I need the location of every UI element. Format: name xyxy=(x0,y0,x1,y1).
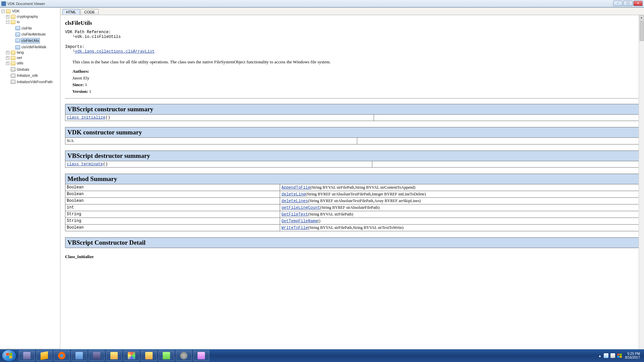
method-return-type: String xyxy=(65,211,280,218)
defrag-icon xyxy=(128,352,135,359)
tab-label: CODE xyxy=(84,10,95,14)
tree-label: Globals xyxy=(16,67,30,72)
tree-node-clsvdkfilewalk[interactable]: clsVdkFileWalk xyxy=(11,45,47,50)
taskbar-app-cube[interactable] xyxy=(19,350,35,361)
expander-icon[interactable]: − xyxy=(1,10,5,13)
firefox-icon xyxy=(58,352,65,359)
method-link[interactable]: GetFileText xyxy=(281,212,308,217)
package-icon xyxy=(11,20,15,24)
method-link[interactable]: deleteLines xyxy=(281,199,308,203)
ctor-detail-name: Class_Initialize xyxy=(65,254,639,259)
taskbar-app-paint[interactable] xyxy=(193,350,209,361)
tab-html[interactable]: HTML xyxy=(62,9,80,15)
class-title: clsFileUtils xyxy=(65,20,639,26)
tray-volume-icon[interactable] xyxy=(610,353,615,358)
method-link[interactable]: GetTempFileName xyxy=(281,219,318,224)
tree-node-root[interactable]: − VDK xyxy=(1,9,20,14)
content-vertical-scrollbar[interactable]: ▲ xyxy=(639,15,644,354)
taskbar-app-explorer[interactable] xyxy=(106,350,122,361)
method-row: BooleandeleteLines(String BYREF strAbsol… xyxy=(65,198,639,204)
taskbar-app-gear[interactable] xyxy=(176,350,192,361)
method-params: (String BYVAL strFilePath,String BYVAL s… xyxy=(308,225,404,230)
method-link[interactable]: AppendToFile xyxy=(281,185,310,190)
method-row: StringGetFileText(String BYVAL strFilePa… xyxy=(65,211,639,218)
method-link[interactable]: getFileLineCount xyxy=(281,205,320,210)
path-value: vdk.io.clsFileUtils xyxy=(75,35,121,39)
tree-label: clsVdkFileWalk xyxy=(21,45,47,50)
tray-show-hidden-icon[interactable]: ▲ xyxy=(598,354,602,358)
start-button[interactable] xyxy=(2,350,16,361)
content-tabs: HTML CODE xyxy=(60,8,644,15)
method-signature-cell: WriteToFile(String BYVAL strFilePath,Str… xyxy=(280,225,639,231)
method-link[interactable]: deleteLine xyxy=(281,192,306,197)
chart-icon xyxy=(163,352,170,359)
tree-node-clsfileattribute[interactable]: clsFileAttribute xyxy=(11,32,46,37)
taskbar-app-virtualbox[interactable] xyxy=(89,350,105,361)
ctor-link[interactable]: class_initialize xyxy=(67,115,105,120)
scroll-up-arrow-icon[interactable]: ▲ xyxy=(639,15,644,20)
tree-node-io[interactable]: − io xyxy=(6,19,20,24)
since-label: Since: xyxy=(72,82,84,87)
tree-node-initialize-vdk[interactable]: Initialize_vdk xyxy=(6,73,39,78)
expander-icon[interactable]: + xyxy=(6,62,9,65)
tray-network-icon[interactable] xyxy=(604,353,608,358)
import-link[interactable]: vdk.lang.collections.clsArrayList xyxy=(75,49,155,54)
tree-node-globals[interactable]: Globals xyxy=(6,67,30,72)
method-row: BooleanAppendToFile(String BYVAL strFile… xyxy=(65,184,639,191)
minimize-button[interactable]: − xyxy=(613,1,623,6)
scroll-thumb[interactable] xyxy=(640,21,644,41)
sql-icon xyxy=(145,352,153,359)
method-params: (String BYREF strAbsoluteTextFilePath,Ar… xyxy=(308,198,421,203)
close-button[interactable]: ✕ xyxy=(633,1,643,6)
maximize-button[interactable]: ☐ xyxy=(623,1,633,6)
tree-node-utils[interactable]: +utils xyxy=(6,61,24,66)
expander-icon[interactable]: + xyxy=(6,15,9,18)
taskbar-app-winamp[interactable] xyxy=(36,350,52,361)
taskbar-app-defrag[interactable] xyxy=(123,350,140,361)
section-heading: VBScript destructor summary xyxy=(65,151,639,161)
tree-label: io xyxy=(16,19,20,24)
class-icon xyxy=(15,26,20,30)
method-return-type: Boolean xyxy=(65,184,280,191)
tree-node-net[interactable]: +net xyxy=(6,55,22,60)
method-return-type: Boolean xyxy=(65,225,280,231)
tab-code[interactable]: CODE xyxy=(80,9,99,15)
tree-node-cryptography[interactable]: + cryptography xyxy=(6,14,39,19)
taskbar-app-sql[interactable] xyxy=(141,350,157,361)
tray-date: 8/16/2017 xyxy=(625,356,640,359)
expander-icon[interactable]: + xyxy=(6,56,9,60)
taskbar-app-library[interactable] xyxy=(71,350,87,361)
tree-node-clsfile[interactable]: clsFile xyxy=(11,26,33,31)
method-params: (String BYREF strAbsoluteFilePath) xyxy=(320,205,379,210)
taskbar-app-chart[interactable] xyxy=(158,350,174,361)
tree-label: VDK xyxy=(11,9,20,14)
method-link[interactable]: WriteToFile xyxy=(281,226,308,230)
section-heading: VBScript constructor summary xyxy=(65,104,639,115)
taskbar: ▲ 5:25 PM 8/16/2017 xyxy=(0,349,644,362)
dtor-link[interactable]: class_terminate xyxy=(67,162,103,167)
project-tree: − VDK + cryptography xyxy=(0,8,60,84)
package-icon xyxy=(11,15,15,19)
expander-icon[interactable]: − xyxy=(6,20,9,24)
class-icon xyxy=(15,33,20,37)
workspace: − VDK + cryptography xyxy=(0,7,644,354)
tree-label: net xyxy=(16,55,22,60)
tree-node-lang[interactable]: +lang xyxy=(6,50,24,55)
method-signature-cell: deleteLine(String BYREF strAbsoluteTextF… xyxy=(280,191,639,198)
author-name: Jason Ely xyxy=(72,75,639,81)
method-row: BooleandeleteLine(String BYREF strAbsolu… xyxy=(65,191,639,198)
tree-node-clsfileutils[interactable]: clsFileUtils xyxy=(11,38,40,44)
tree-label: clsFileAttribute xyxy=(21,32,46,37)
method-return-type: int xyxy=(65,204,280,211)
since-value: 1 xyxy=(85,82,87,87)
folder-icon xyxy=(110,352,118,359)
expander-icon[interactable]: + xyxy=(6,51,9,54)
section-heading: Method Summary xyxy=(65,174,639,184)
tree-node-initializevdkfrompath[interactable]: InitializeVdkFromPath xyxy=(6,79,53,84)
path-tree: └vdk.io.clsFileUtils xyxy=(72,35,639,39)
tray-clock[interactable]: 5:25 PM 8/16/2017 xyxy=(625,352,642,359)
tray-action-center-icon[interactable] xyxy=(617,354,622,358)
method-row: StringGetTempFileName() xyxy=(65,218,639,225)
system-tray: ▲ 5:25 PM 8/16/2017 xyxy=(598,352,642,359)
taskbar-app-firefox[interactable] xyxy=(54,350,70,361)
